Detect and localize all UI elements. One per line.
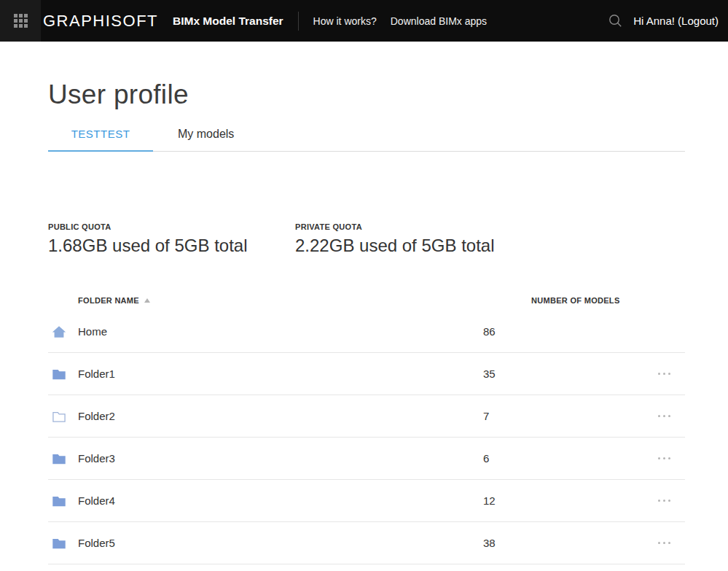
- sort-ascending-icon: [144, 298, 150, 303]
- folder-filled-icon: [51, 493, 67, 509]
- user-greeting-logout-link[interactable]: Hi Anna! (Logout): [633, 15, 719, 27]
- public-quota: PUBLIC QUOTA 1.68GB used of 5GB total: [48, 222, 295, 256]
- nav-link-download-bimx-apps[interactable]: Download BIMx apps: [391, 15, 487, 27]
- public-quota-label: PUBLIC QUOTA: [48, 222, 295, 231]
- ellipsis-icon: [657, 415, 672, 417]
- row-menu-button[interactable]: [651, 532, 676, 554]
- model-count: 12: [483, 494, 496, 507]
- ellipsis-icon: [657, 542, 672, 544]
- folder-name: Folder4: [78, 494, 115, 507]
- folder-filled-icon: [51, 535, 67, 551]
- folder-name: Folder2: [78, 410, 115, 422]
- home-icon: [51, 324, 67, 340]
- ellipsis-icon: [657, 500, 672, 502]
- row-menu-button[interactable]: [651, 490, 676, 512]
- search-icon: [608, 13, 623, 28]
- table-row-folder5[interactable]: Folder5 38: [48, 522, 685, 564]
- model-count: 6: [483, 452, 489, 465]
- folder-outline-icon: [51, 408, 67, 424]
- folder-name: Home: [78, 325, 107, 338]
- apps-grid-icon: [14, 14, 28, 28]
- folder-filled-icon: [51, 366, 67, 382]
- private-quota-value: 2.22GB used of 5GB total: [295, 236, 542, 256]
- folder-filled-icon: [51, 451, 67, 467]
- private-quota: PRIVATE QUOTA 2.22GB used of 5GB total: [295, 222, 542, 256]
- table-row-folder3[interactable]: Folder3 6: [48, 438, 685, 480]
- model-count: 86: [483, 325, 496, 338]
- model-count: 35: [483, 368, 496, 380]
- public-quota-value: 1.68GB used of 5GB total: [48, 236, 295, 256]
- table-row-home[interactable]: Home 86: [48, 311, 685, 353]
- nav-divider: [298, 12, 299, 31]
- top-bar: GRAPHISOFT BIMx Model Transfer How it wo…: [0, 0, 728, 42]
- table-row-folder4[interactable]: Folder4 12: [48, 480, 685, 522]
- row-menu-button[interactable]: [651, 363, 676, 385]
- folder-name: Folder5: [78, 537, 115, 549]
- model-count: 38: [483, 537, 496, 549]
- private-quota-label: PRIVATE QUOTA: [295, 222, 542, 231]
- model-count: 7: [483, 410, 489, 422]
- column-header-folder-name[interactable]: FOLDER NAME: [78, 296, 150, 305]
- tab-bar: TESTTEST My models: [48, 128, 685, 152]
- quota-section: PUBLIC QUOTA 1.68GB used of 5GB total PR…: [48, 222, 685, 256]
- tab-my-models[interactable]: My models: [178, 128, 234, 151]
- ellipsis-icon: [657, 373, 672, 375]
- apps-menu-button[interactable]: [0, 0, 41, 42]
- folder-table: FOLDER NAME NUMBER OF MODELS Home 86 Fol…: [48, 290, 685, 564]
- graphisoft-logo[interactable]: GRAPHISOFT: [43, 12, 158, 31]
- tab-testtest[interactable]: TESTTEST: [48, 128, 153, 152]
- ellipsis-icon: [657, 457, 672, 459]
- row-menu-button[interactable]: [651, 405, 676, 427]
- row-menu-button[interactable]: [651, 448, 676, 470]
- app-title: BIMx Model Transfer: [173, 15, 283, 28]
- main-content: User profile TESTTEST My models PUBLIC Q…: [0, 79, 728, 564]
- folder-name-header-label: FOLDER NAME: [78, 296, 139, 305]
- search-button[interactable]: [605, 10, 626, 31]
- column-header-number-of-models[interactable]: NUMBER OF MODELS: [531, 296, 620, 305]
- table-row-folder1[interactable]: Folder1 35: [48, 353, 685, 395]
- folder-name: Folder3: [78, 452, 115, 465]
- folder-name: Folder1: [78, 368, 115, 380]
- nav-link-how-it-works[interactable]: How it works?: [313, 15, 377, 27]
- table-row-folder2[interactable]: Folder2 7: [48, 395, 685, 438]
- table-header-row: FOLDER NAME NUMBER OF MODELS: [48, 290, 685, 311]
- page-title: User profile: [48, 79, 685, 110]
